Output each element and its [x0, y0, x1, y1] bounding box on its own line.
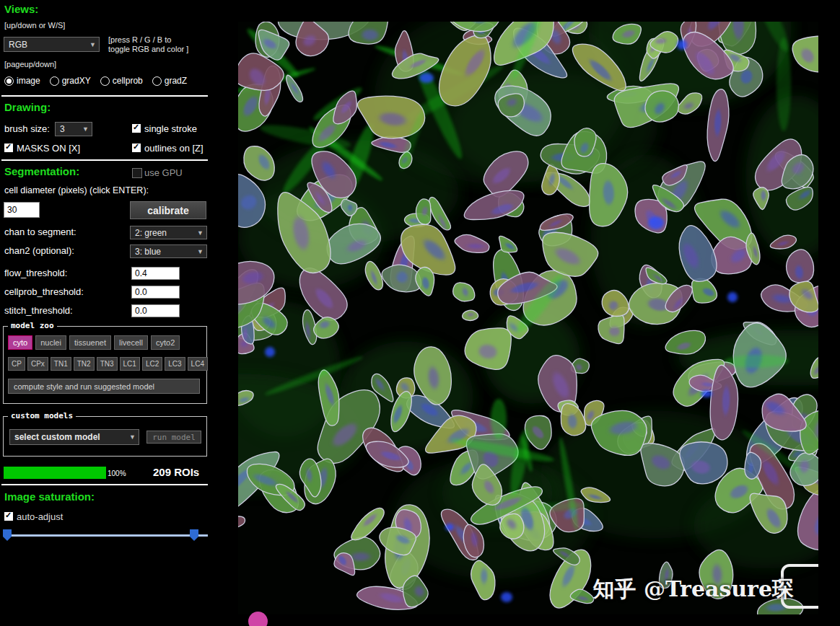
radio-gradxy-label: gradXY — [62, 76, 91, 86]
app-window: Views: [up/down or W/S] RGB ▼ [press R /… — [0, 0, 840, 626]
progress-bar — [4, 467, 106, 479]
auto-adjust-checkbox[interactable] — [4, 512, 13, 521]
stitch-threshold-label: stitch_threshold: — [4, 305, 73, 316]
flow-threshold-input[interactable]: 0.4 — [131, 267, 180, 280]
model-zoo-row1: cyto nuclei tissuenet livecell cyto2 — [8, 335, 180, 350]
auto-adjust-label: auto-adjust — [17, 511, 63, 522]
suggest-model-button[interactable]: compute style and run suggested model — [8, 379, 200, 394]
radio-gradz[interactable]: gradZ — [152, 76, 187, 86]
saturation-slider-handle-right[interactable] — [190, 529, 198, 541]
calibrate-button[interactable]: calibrate — [130, 201, 206, 219]
diameter-row: 30 calibrate — [0, 201, 216, 220]
outlines-on-checkbox[interactable] — [132, 144, 141, 152]
chan-value: 2: green — [135, 228, 167, 238]
model-button-tissuenet[interactable]: tissuenet — [69, 335, 111, 350]
model-button-livecell[interactable]: livecell — [114, 335, 148, 350]
model-button-tn1[interactable]: TN1 — [51, 357, 71, 371]
flow-threshold-label: flow_threshold: — [4, 268, 67, 278]
brush-size-value: 3 — [60, 124, 65, 134]
model-zoo-title: model zoo — [8, 321, 57, 330]
segmentation-section-title: Segmentation: — [4, 165, 79, 177]
section-divider — [1, 484, 208, 485]
run-model-button[interactable]: run model — [146, 431, 201, 444]
roi-count: 209 ROIs — [153, 466, 199, 478]
saturation-slider-handle-left[interactable] — [3, 529, 12, 541]
segmentation-header-row: Segmentation: use GPU — [0, 165, 216, 181]
custom-models-title: custom models — [8, 411, 76, 420]
model-button-cp[interactable]: CP — [8, 357, 25, 371]
model-zoo-row2: CP CPx TN1 TN2 TN3 LC1 LC2 LC3 LC4 — [8, 357, 208, 371]
cellprob-threshold-label: cellprob_threshold: — [4, 286, 84, 297]
diameter-input[interactable]: 30 — [4, 202, 40, 218]
cellprob-threshold-input[interactable]: 0.0 — [131, 286, 180, 299]
model-button-lc2[interactable]: LC2 — [142, 357, 162, 371]
view-radio-group: image gradXY cellprob gradZ — [4, 76, 221, 86]
chan-select[interactable]: 2: green ▼ — [130, 226, 207, 239]
single-stroke-checkbox[interactable] — [132, 124, 141, 133]
model-button-cyto2[interactable]: cyto2 — [151, 335, 180, 350]
stitch-threshold-row: stitch_threshold: 0.0 — [0, 304, 216, 318]
cell-image[interactable] — [238, 22, 818, 614]
views-section-title: Views: — [4, 3, 38, 15]
progress-row: 100% 209 ROIs — [0, 466, 216, 482]
pageup-hint: [pageup/down] — [4, 60, 56, 69]
radio-image-label: image — [17, 76, 40, 86]
saturation-section-title: Image saturation: — [4, 490, 95, 503]
brush-row: brush size: 3 ▼ single stroke — [0, 122, 216, 138]
view-mode-value: RGB — [9, 40, 27, 50]
watermark: 知乎 @Treasure琛 — [592, 575, 794, 604]
control-sidebar: Views: [up/down or W/S] RGB ▼ [press R /… — [0, 0, 216, 626]
chan2-label: chan2 (optional): — [4, 245, 74, 256]
cellprob-threshold-row: cellprob_threshold: 0.0 — [0, 286, 216, 299]
chan2-value: 3: blue — [135, 247, 161, 257]
auto-adjust-row: auto-adjust — [0, 511, 216, 524]
outlines-on-label: outlines on [Z] — [144, 143, 204, 154]
radio-cellprob-indicator — [100, 76, 110, 86]
custom-model-select[interactable]: select custom model ▼ — [9, 429, 139, 445]
custom-models-group: custom models select custom model ▼ run … — [3, 416, 207, 457]
use-gpu-checkbox[interactable] — [132, 168, 142, 178]
chevron-down-icon: ▼ — [78, 125, 89, 133]
radio-image[interactable]: image — [4, 76, 40, 86]
model-button-cyto[interactable]: cyto — [8, 335, 32, 350]
chan2-select[interactable]: 3: blue ▼ — [130, 244, 207, 258]
model-button-lc3[interactable]: LC3 — [165, 357, 185, 371]
model-zoo-group: model zoo cyto nuclei tissuenet livecell… — [3, 326, 207, 404]
radio-gradxy-indicator — [50, 76, 59, 86]
model-button-lc4[interactable]: LC4 — [188, 357, 208, 371]
stitch-threshold-input[interactable]: 0.0 — [131, 304, 180, 317]
custom-model-value: select custom model — [14, 432, 100, 442]
view-mode-select[interactable]: RGB ▼ — [4, 37, 100, 52]
flow-threshold-row: flow_threshold: 0.4 — [0, 267, 216, 281]
chevron-down-icon: ▼ — [125, 433, 136, 441]
radio-gradxy[interactable]: gradXY — [50, 76, 91, 86]
masks-row: MASKS ON [X] outlines on [Z] — [0, 142, 216, 156]
radio-cellprob-label: cellprob — [113, 76, 143, 86]
masks-on-checkbox[interactable] — [4, 144, 13, 152]
updown-hint: [up/down or W/S] — [4, 21, 65, 30]
image-viewer: 知乎 @Treasure琛 — [238, 22, 818, 614]
brush-size-label: brush size: — [4, 123, 50, 134]
chevron-down-icon: ▼ — [193, 229, 204, 237]
chevron-down-icon: ▼ — [85, 41, 96, 48]
single-stroke-label: single stroke — [144, 123, 197, 134]
model-button-tn2[interactable]: TN2 — [74, 357, 95, 371]
chan-label: chan to segment: — [4, 226, 76, 237]
masks-on-label: MASKS ON [X] — [17, 143, 80, 154]
chan2-row: chan2 (optional): 3: blue ▼ — [0, 244, 216, 259]
rgb-toggle-hint: [press R / G / B to toggle RGB and color… — [108, 35, 206, 54]
brush-size-select[interactable]: 3 ▼ — [55, 122, 92, 136]
use-gpu-label: use GPU — [144, 167, 183, 178]
radio-cellprob[interactable]: cellprob — [100, 76, 143, 86]
section-divider — [1, 159, 208, 161]
section-divider — [1, 95, 208, 97]
model-button-lc1[interactable]: LC1 — [120, 357, 140, 371]
model-button-cpx[interactable]: CPx — [27, 357, 48, 371]
saturation-slider-track[interactable] — [6, 534, 208, 537]
diameter-label: cell diameter (pixels) (click ENTER): — [4, 185, 149, 195]
progress-percent: 100% — [108, 470, 126, 477]
drawing-section-title: Drawing: — [4, 101, 51, 113]
model-button-nuclei[interactable]: nuclei — [35, 335, 66, 350]
chevron-down-icon: ▼ — [193, 248, 204, 255]
model-button-tn3[interactable]: TN3 — [97, 357, 118, 371]
